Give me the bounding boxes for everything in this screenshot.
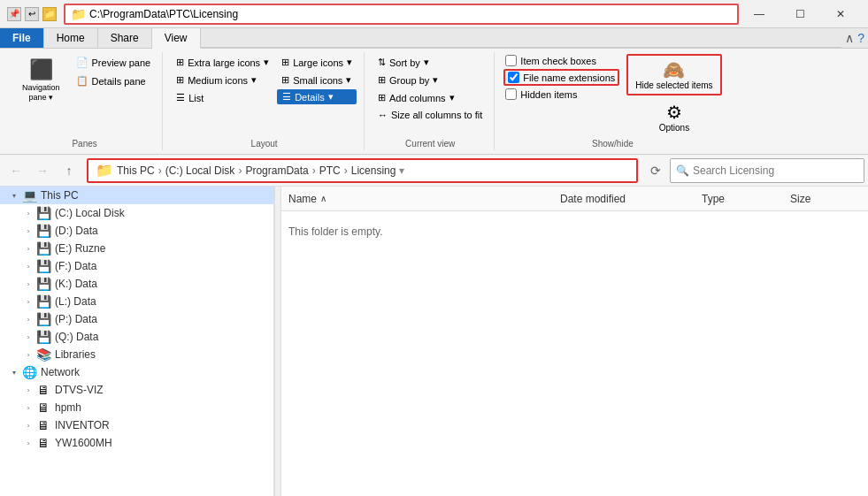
options-button[interactable]: ⚙ Options [651,97,697,137]
breadcrumb-dropdown-arrow[interactable]: ▾ [399,164,404,177]
tree-item-k-drive[interactable]: › 💾 (K:) Data [0,275,273,293]
breadcrumb-ptc[interactable]: PTC [319,164,341,177]
tree-item-hpmh[interactable]: › 🖥 hpmh [0,399,273,416]
extra-large-icons-button[interactable]: ⊞ Extra large icons ▾ [172,54,273,71]
size-all-columns-button[interactable]: ↔ Size all columns to fit [373,107,487,123]
pane-splitter[interactable] [274,187,281,496]
file-list-header: Name ∧ Date modified Type Size [281,187,868,211]
tree-item-this-pc[interactable]: ▾ 💻 This PC [0,187,273,204]
hidden-items-label: Hidden items [520,89,577,100]
maximize-button[interactable]: ☐ [780,0,820,28]
col-header-size[interactable]: Size [790,193,861,205]
expand-c-drive[interactable]: › [21,206,35,220]
up-button[interactable]: ↑ [57,158,81,183]
breadcrumb-this-pc[interactable]: This PC [117,164,155,177]
tree-item-d-drive[interactable]: › 💾 (D:) Data [0,222,273,240]
expand-q-drive[interactable]: › [21,330,35,344]
expand-k-drive[interactable]: › [21,277,35,291]
hidden-items-option[interactable]: Hidden items [503,88,619,101]
tab-file[interactable]: File [0,28,44,48]
expand-hpmh[interactable]: › [21,401,35,415]
expand-libraries[interactable]: › [21,347,35,362]
help-icon[interactable]: ? [857,31,864,45]
details-pane-button[interactable]: 📋 Details pane [72,72,156,89]
file-name-extensions-checkbox[interactable] [508,72,519,83]
file-name-extensions-option[interactable]: File name extensions [503,69,619,86]
col-header-date[interactable]: Date modified [560,193,702,205]
tree-item-yw1600[interactable]: › 🖥 YW1600MH [0,434,273,452]
list-button[interactable]: ☰ List [172,89,273,106]
empty-message: This folder is empty. [288,225,861,238]
tree-item-f-drive[interactable]: › 💾 (F:) Data [0,257,273,275]
tree-item-libraries[interactable]: › 📚 Libraries [0,346,273,363]
refresh-button[interactable]: ⟳ [643,158,668,183]
tree-item-inventor[interactable]: › 🖥 INVENTOR [0,416,273,434]
expand-f-drive[interactable]: › [21,259,35,273]
tree-item-l-drive[interactable]: › 💾 (L:) Data [0,293,273,310]
yw1600-icon: 🖥 [35,436,51,450]
search-box[interactable]: 🔍 [670,158,864,183]
forward-button[interactable]: → [30,158,55,183]
tab-view[interactable]: View [152,28,201,49]
expand-dtvs[interactable]: › [21,383,35,397]
search-input[interactable] [693,164,858,177]
details-button[interactable]: ☰ Details ▾ [277,89,357,104]
hpmh-icon: 🖥 [35,401,51,415]
breadcrumb-c-drive[interactable]: (C:) Local Disk [165,164,235,177]
expand-inventor[interactable]: › [21,418,35,432]
expand-yw1600[interactable]: › [21,436,35,450]
this-pc-label: This PC [41,189,79,202]
hidden-items-checkbox[interactable] [505,88,517,100]
preview-pane-button[interactable]: 📄 Preview pane [72,54,156,71]
expand-d-drive[interactable]: › [21,224,35,238]
pin-icon[interactable]: 📌 [7,7,21,21]
add-columns-button[interactable]: ⊞ Add columns ▾ [373,89,487,106]
minimize-button[interactable]: — [739,0,780,28]
folder-icon[interactable]: 📁 [42,7,57,21]
q-drive-icon: 💾 [35,330,51,344]
sort-by-button[interactable]: ⇅ Sort by ▾ [373,54,487,71]
tree-item-network[interactable]: ▾ 🌐 Network [0,363,273,381]
sort-by-icon: ⇅ [378,57,386,68]
expand-e-drive[interactable]: › [21,241,35,256]
tree-item-q-drive[interactable]: › 💾 (Q:) Data [0,328,273,346]
tree-item-c-drive[interactable]: › 💾 (C:) Local Disk [0,204,273,222]
expand-p-drive[interactable]: › [21,312,35,326]
navigation-pane-button[interactable]: ⬛ Navigationpane ▾ [14,54,68,107]
add-columns-label: Add columns [389,93,446,103]
hide-selected-button[interactable]: 🙈 Hide selected items [626,54,721,95]
small-icons-button[interactable]: ⊞ Small icons ▾ [277,72,357,88]
medium-icons-arrow: ▾ [251,74,257,86]
group-by-arrow: ▾ [433,74,438,86]
tree-item-p-drive[interactable]: › 💾 (P:) Data [0,310,273,328]
close-button[interactable]: ✕ [820,0,861,28]
breadcrumb-sep4: › [344,164,348,177]
group-by-button[interactable]: ⊞ Group by ▾ [373,72,487,88]
col-header-name[interactable]: Name ∧ [288,193,560,205]
medium-icons-button[interactable]: ⊞ Medium icons ▾ [172,72,273,88]
p-drive-icon: 💾 [35,312,51,326]
tab-share[interactable]: Share [98,28,152,48]
back-button[interactable]: ← [4,158,28,183]
tree-item-e-drive[interactable]: › 💾 (E:) Ruzne [0,240,273,257]
col-header-type[interactable]: Type [702,193,790,205]
breadcrumb: 📁 This PC › (C:) Local Disk › ProgramDat… [87,158,638,183]
expand-this-pc[interactable]: ▾ [7,188,21,202]
expand-network[interactable]: ▾ [7,365,21,379]
tree-item-dtvs[interactable]: › 🖥 DTVS-VIZ [0,381,273,399]
breadcrumb-programdata[interactable]: ProgramData [245,164,308,177]
undo-icon[interactable]: ↩ [25,7,39,21]
ribbon-collapse-icon[interactable]: ∧ [845,31,854,45]
add-columns-icon: ⊞ [378,92,386,103]
tab-home[interactable]: Home [44,28,98,48]
extra-large-label: Extra large icons [188,57,260,68]
e-drive-label: (E:) Ruzne [55,242,105,255]
breadcrumb-folder-icon: 📁 [96,162,113,179]
large-icons-button[interactable]: ⊞ Large icons ▾ [277,54,357,71]
item-check-boxes-checkbox[interactable] [505,55,517,66]
item-check-boxes-option[interactable]: Item check boxes [503,54,619,67]
breadcrumb-licensing[interactable]: Licensing [351,164,396,177]
show-hide-label: Show/hide [592,139,634,149]
expand-l-drive[interactable]: › [21,294,35,309]
layout-label: Layout [251,139,278,149]
